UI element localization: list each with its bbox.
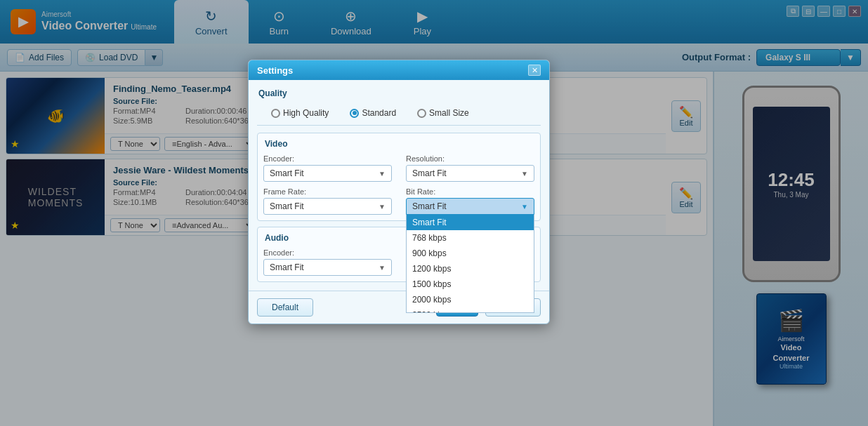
dropdown-item-1500[interactable]: 1500 kbps — [407, 277, 534, 292]
resolution-field: Resolution: Smart Fit ▼ — [406, 154, 534, 182]
resolution-select[interactable]: Smart Fit ▼ — [406, 165, 534, 182]
resolution-arrow: ▼ — [521, 170, 528, 178]
radio-high — [271, 109, 280, 118]
resolution-label: Resolution: — [406, 154, 534, 163]
encoder-label: Encoder: — [263, 154, 392, 163]
modal-overlay: Settings ✕ Quality High Quality Standard — [0, 0, 868, 426]
resolution-value: Smart Fit — [412, 168, 447, 178]
quality-high[interactable]: High Quality — [271, 108, 329, 118]
encoder-arrow: ▼ — [379, 170, 386, 178]
quality-label: Quality — [257, 88, 541, 98]
audio-encoder-arrow: ▼ — [379, 264, 386, 272]
frame-rate-value: Smart Fit — [270, 201, 304, 211]
dropdown-item-2500[interactable]: 2500 kbps — [407, 307, 534, 313]
quality-high-label: High Quality — [283, 108, 329, 118]
dropdown-item-900[interactable]: 900 kbps — [407, 246, 534, 261]
audio-encoder-label: Encoder: — [263, 248, 392, 257]
quality-standard[interactable]: Standard — [350, 108, 396, 118]
quality-options: High Quality Standard Small Size — [257, 104, 541, 126]
bit-rate-arrow: ▼ — [521, 203, 528, 211]
audio-encoder-value: Smart Fit — [270, 262, 304, 272]
modal-body: Quality High Quality Standard Sma — [249, 80, 549, 291]
frame-rate-select[interactable]: Smart Fit ▼ — [263, 198, 392, 215]
dropdown-item-smartfit[interactable]: Smart Fit — [407, 215, 534, 230]
dropdown-item-2000[interactable]: 2000 kbps — [407, 292, 534, 307]
encoder-field: Encoder: Smart Fit ▼ — [263, 154, 392, 182]
bit-rate-select[interactable]: Smart Fit ▼ — [406, 198, 534, 215]
video-form-grid: Encoder: Smart Fit ▼ Resolution: Smart F… — [263, 154, 534, 215]
video-section: Video Encoder: Smart Fit ▼ Resolution: S… — [257, 133, 541, 221]
settings-modal: Settings ✕ Quality High Quality Standard — [248, 60, 550, 324]
modal-close-button[interactable]: ✕ — [528, 65, 541, 76]
quality-standard-label: Standard — [362, 108, 396, 118]
quality-small[interactable]: Small Size — [417, 108, 469, 118]
bit-rate-field: Bit Rate: Smart Fit ▼ Smart Fit 768 kbps… — [406, 187, 534, 215]
modal-title: Settings — [257, 65, 293, 76]
quality-small-label: Small Size — [429, 108, 469, 118]
encoder-select[interactable]: Smart Fit ▼ — [263, 165, 392, 182]
encoder-value: Smart Fit — [270, 168, 304, 178]
bit-rate-label: Bit Rate: — [406, 187, 534, 196]
radio-small — [417, 109, 426, 118]
frame-rate-label: Frame Rate: — [263, 187, 392, 196]
audio-encoder-select[interactable]: Smart Fit ▼ — [263, 259, 392, 276]
frame-rate-field: Frame Rate: Smart Fit ▼ — [263, 187, 392, 215]
radio-standard — [350, 109, 359, 118]
default-button[interactable]: Default — [257, 298, 313, 317]
frame-rate-arrow: ▼ — [379, 203, 386, 211]
quality-section: Quality High Quality Standard Sma — [257, 88, 541, 126]
dropdown-item-768[interactable]: 768 kbps — [407, 230, 534, 246]
video-section-label: Video — [263, 139, 534, 149]
modal-title-bar: Settings ✕ — [249, 60, 549, 80]
bit-rate-value: Smart Fit — [412, 201, 447, 211]
dropdown-item-1200[interactable]: 1200 kbps — [407, 261, 534, 277]
audio-encoder-field: Encoder: Smart Fit ▼ — [263, 248, 392, 276]
bit-rate-dropdown-list: Smart Fit 768 kbps 900 kbps 1200 kbps 15… — [406, 215, 534, 313]
